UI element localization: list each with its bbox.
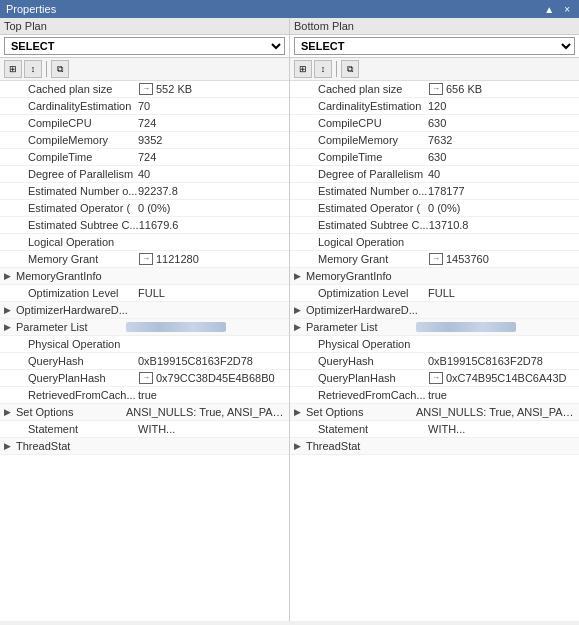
prop-row: QueryHash0xB19915C8163F2D78 xyxy=(290,353,579,370)
prop-value-text: 656 KB xyxy=(446,83,482,95)
toolbar-copy-btn-2[interactable]: ⧉ xyxy=(341,60,359,78)
prop-row[interactable]: ▶ThreadStat xyxy=(290,438,579,455)
prop-row: Memory Grant→1121280 xyxy=(0,251,289,268)
prop-name-label: CompileCPU xyxy=(318,117,428,129)
prop-name-label: MemoryGrantInfo xyxy=(16,270,126,282)
prop-name-label: Set Options xyxy=(306,406,416,418)
prop-row[interactable]: ▶MemoryGrantInfo xyxy=(290,268,579,285)
top-plan-select[interactable]: SELECT xyxy=(4,37,285,55)
top-plan-properties: Cached plan size→552 KBCardinalityEstima… xyxy=(0,81,289,621)
bottom-plan-panel: Bottom Plan SELECT ⊞ ↕ ⧉ Cached plan siz… xyxy=(290,18,579,621)
prop-name-label: CompileCPU xyxy=(28,117,138,129)
top-plan-header: Top Plan xyxy=(0,18,289,35)
prop-row: CardinalityEstimation70 xyxy=(0,98,289,115)
prop-value-text: 178177 xyxy=(428,185,465,197)
bottom-plan-properties: Cached plan size→656 KBCardinalityEstima… xyxy=(290,81,579,621)
prop-value-text: 40 xyxy=(138,168,150,180)
toolbar-grid-btn[interactable]: ⊞ xyxy=(4,60,22,78)
expand-arrow-icon: ▶ xyxy=(4,441,16,451)
prop-row: Estimated Number o...92237.8 xyxy=(0,183,289,200)
prop-value-text: 724 xyxy=(138,151,156,163)
prop-value-text: 11679.6 xyxy=(139,219,179,231)
prop-row: RetrievedFromCach...true xyxy=(0,387,289,404)
prop-row[interactable]: ▶MemoryGrantInfo xyxy=(0,268,289,285)
prop-row[interactable]: ▶Parameter List xyxy=(290,319,579,336)
prop-row: CardinalityEstimation120 xyxy=(290,98,579,115)
prop-value-text: ANSI_NULLS: True, ANSI_PADD... xyxy=(126,406,285,418)
expand-arrow-icon: ▶ xyxy=(294,305,306,315)
close-button[interactable]: × xyxy=(561,4,573,15)
prop-row: Logical Operation xyxy=(290,234,579,251)
prop-name-label: Estimated Operator ( xyxy=(318,202,428,214)
prop-row: Degree of Parallelism40 xyxy=(290,166,579,183)
prop-arrow-icon: → xyxy=(138,84,154,94)
prop-name-label: Parameter List xyxy=(16,321,126,333)
prop-name-label: Estimated Operator ( xyxy=(28,202,138,214)
expand-arrow-icon: ▶ xyxy=(294,271,306,281)
prop-row: Cached plan size→656 KB xyxy=(290,81,579,98)
toolbar-sort-btn-2[interactable]: ↕ xyxy=(314,60,332,78)
prop-row[interactable]: ▶Set OptionsANSI_NULLS: True, ANSI_PADD.… xyxy=(0,404,289,421)
title-text: Properties xyxy=(6,3,56,15)
prop-row: Estimated Number o...178177 xyxy=(290,183,579,200)
prop-value-blurred xyxy=(126,322,226,332)
prop-row: Physical Operation xyxy=(0,336,289,353)
prop-value-text: WITH... xyxy=(428,423,465,435)
prop-row[interactable]: ▶ThreadStat xyxy=(0,438,289,455)
prop-value-text: 0xC74B95C14BC6A43D xyxy=(446,372,566,384)
prop-row: CompileCPU724 xyxy=(0,115,289,132)
prop-value-text: 9352 xyxy=(138,134,162,146)
toolbar-copy-btn[interactable]: ⧉ xyxy=(51,60,69,78)
prop-row: Estimated Operator (0 (0%) xyxy=(290,200,579,217)
prop-value-text: 1453760 xyxy=(446,253,489,265)
prop-name-label: Optimization Level xyxy=(28,287,138,299)
prop-row[interactable]: ▶OptimizerHardwareD... xyxy=(290,302,579,319)
prop-value-text: 0 (0%) xyxy=(138,202,170,214)
prop-value-text: 0 (0%) xyxy=(428,202,460,214)
prop-row: CompileCPU630 xyxy=(290,115,579,132)
prop-name-label: QueryPlanHash xyxy=(28,372,138,384)
prop-name-label: CardinalityEstimation xyxy=(318,100,428,112)
prop-value-text: true xyxy=(428,389,447,401)
prop-name-label: Cached plan size xyxy=(28,83,138,95)
prop-row[interactable]: ▶OptimizerHardwareD... xyxy=(0,302,289,319)
prop-name-label: Memory Grant xyxy=(28,253,138,265)
prop-name-label: Parameter List xyxy=(306,321,416,333)
prop-row: QueryHash0xB19915C8163F2D78 xyxy=(0,353,289,370)
top-plan-select-row: SELECT xyxy=(0,35,289,58)
prop-value-text: 7632 xyxy=(428,134,452,146)
prop-name-label: OptimizerHardwareD... xyxy=(16,304,128,316)
prop-name-label: ThreadStat xyxy=(306,440,416,452)
prop-name-label: ThreadStat xyxy=(16,440,126,452)
pin-button[interactable]: ▲ xyxy=(541,4,557,15)
prop-name-label: QueryHash xyxy=(318,355,428,367)
prop-name-label: CardinalityEstimation xyxy=(28,100,138,112)
prop-row: StatementWITH... xyxy=(0,421,289,438)
toolbar-grid-btn-2[interactable]: ⊞ xyxy=(294,60,312,78)
bottom-plan-toolbar: ⊞ ↕ ⧉ xyxy=(290,58,579,81)
expand-arrow-icon: ▶ xyxy=(294,322,306,332)
prop-row: CompileMemory9352 xyxy=(0,132,289,149)
top-plan-toolbar: ⊞ ↕ ⧉ xyxy=(0,58,289,81)
prop-value-text: FULL xyxy=(428,287,455,299)
prop-value-blurred xyxy=(416,322,516,332)
prop-row: QueryPlanHash→0xC74B95C14BC6A43D xyxy=(290,370,579,387)
prop-name-label: Estimated Subtree C... xyxy=(28,219,139,231)
prop-row: CompileTime630 xyxy=(290,149,579,166)
prop-value-text: 552 KB xyxy=(156,83,192,95)
toolbar-sort-btn[interactable]: ↕ xyxy=(24,60,42,78)
bottom-plan-select[interactable]: SELECT xyxy=(294,37,575,55)
prop-name-label: Logical Operation xyxy=(318,236,428,248)
prop-row: Physical Operation xyxy=(290,336,579,353)
prop-arrow-icon: → xyxy=(138,254,154,264)
bottom-plan-header: Bottom Plan xyxy=(290,18,579,35)
prop-name-label: Physical Operation xyxy=(28,338,138,350)
prop-name-label: Cached plan size xyxy=(318,83,428,95)
prop-name-label: CompileMemory xyxy=(28,134,138,146)
expand-arrow-icon: ▶ xyxy=(294,441,306,451)
prop-row[interactable]: ▶Parameter List xyxy=(0,319,289,336)
prop-name-label: Statement xyxy=(28,423,138,435)
prop-name-label: MemoryGrantInfo xyxy=(306,270,416,282)
prop-name-label: Estimated Number o... xyxy=(318,185,428,197)
prop-row[interactable]: ▶Set OptionsANSI_NULLS: True, ANSI_PADD.… xyxy=(290,404,579,421)
